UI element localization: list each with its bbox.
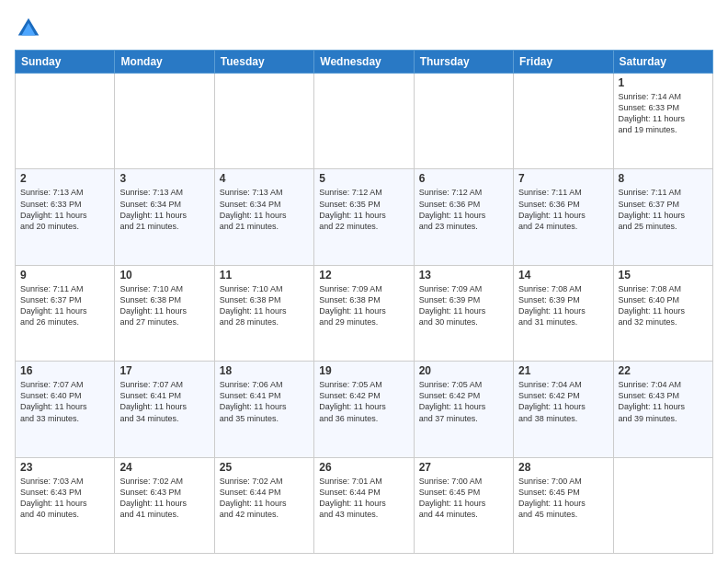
day-number: 27 — [419, 461, 508, 474]
calendar-header: SundayMondayTuesdayWednesdayThursdayFrid… — [16, 51, 713, 74]
weekday-sunday: Sunday — [16, 51, 115, 74]
day-info: Sunrise: 7:11 AM Sunset: 6:37 PM Dayligh… — [619, 187, 708, 232]
day-number: 13 — [419, 269, 508, 282]
day-number: 7 — [518, 172, 608, 185]
day-number: 6 — [419, 172, 508, 185]
calendar-cell: 6Sunrise: 7:12 AM Sunset: 6:36 PM Daylig… — [414, 169, 513, 265]
calendar-cell: 10Sunrise: 7:10 AM Sunset: 6:38 PM Dayli… — [115, 265, 214, 361]
weekday-wednesday: Wednesday — [314, 51, 414, 74]
calendar-cell: 5Sunrise: 7:12 AM Sunset: 6:35 PM Daylig… — [314, 169, 414, 265]
day-number: 28 — [518, 461, 608, 474]
calendar-cell: 8Sunrise: 7:11 AM Sunset: 6:37 PM Daylig… — [613, 169, 712, 265]
day-number: 1 — [619, 76, 708, 89]
calendar-cell — [314, 74, 414, 169]
calendar-cell: 18Sunrise: 7:06 AM Sunset: 6:41 PM Dayli… — [214, 362, 313, 457]
day-number: 3 — [119, 172, 209, 185]
day-number: 21 — [518, 364, 608, 377]
week-row-3: 9Sunrise: 7:11 AM Sunset: 6:37 PM Daylig… — [16, 265, 713, 361]
day-info: Sunrise: 7:07 AM Sunset: 6:41 PM Dayligh… — [119, 379, 209, 424]
calendar-cell — [115, 74, 214, 169]
day-info: Sunrise: 7:06 AM Sunset: 6:41 PM Dayligh… — [220, 379, 309, 424]
page: SundayMondayTuesdayWednesdayThursdayFrid… — [0, 0, 728, 563]
weekday-thursday: Thursday — [414, 51, 513, 74]
calendar-cell — [414, 74, 513, 169]
calendar-cell: 28Sunrise: 7:00 AM Sunset: 6:45 PM Dayli… — [514, 457, 613, 553]
day-number: 11 — [220, 269, 309, 282]
day-info: Sunrise: 7:03 AM Sunset: 6:43 PM Dayligh… — [20, 476, 109, 521]
day-info: Sunrise: 7:08 AM Sunset: 6:40 PM Dayligh… — [619, 283, 708, 328]
header — [15, 15, 713, 42]
week-row-2: 2Sunrise: 7:13 AM Sunset: 6:33 PM Daylig… — [16, 169, 713, 265]
day-number: 25 — [220, 461, 309, 474]
day-info: Sunrise: 7:09 AM Sunset: 6:39 PM Dayligh… — [419, 283, 508, 328]
calendar-cell: 2Sunrise: 7:13 AM Sunset: 6:33 PM Daylig… — [16, 169, 115, 265]
day-number: 12 — [319, 269, 408, 282]
calendar-cell: 7Sunrise: 7:11 AM Sunset: 6:36 PM Daylig… — [514, 169, 613, 265]
calendar-cell: 3Sunrise: 7:13 AM Sunset: 6:34 PM Daylig… — [115, 169, 214, 265]
day-info: Sunrise: 7:10 AM Sunset: 6:38 PM Dayligh… — [220, 283, 309, 328]
weekday-monday: Monday — [115, 51, 214, 74]
weekday-saturday: Saturday — [613, 51, 712, 74]
calendar-cell: 24Sunrise: 7:02 AM Sunset: 6:43 PM Dayli… — [115, 457, 214, 553]
calendar-table: SundayMondayTuesdayWednesdayThursdayFrid… — [15, 50, 713, 554]
day-number: 23 — [20, 461, 109, 474]
day-info: Sunrise: 7:05 AM Sunset: 6:42 PM Dayligh… — [419, 379, 508, 424]
day-info: Sunrise: 7:04 AM Sunset: 6:42 PM Dayligh… — [518, 379, 608, 424]
day-number: 8 — [619, 172, 708, 185]
day-info: Sunrise: 7:05 AM Sunset: 6:42 PM Dayligh… — [319, 379, 408, 424]
calendar-cell: 21Sunrise: 7:04 AM Sunset: 6:42 PM Dayli… — [514, 362, 613, 457]
day-info: Sunrise: 7:02 AM Sunset: 6:43 PM Dayligh… — [119, 476, 209, 521]
week-row-4: 16Sunrise: 7:07 AM Sunset: 6:40 PM Dayli… — [16, 362, 713, 457]
calendar-cell: 22Sunrise: 7:04 AM Sunset: 6:43 PM Dayli… — [613, 362, 712, 457]
calendar-cell: 16Sunrise: 7:07 AM Sunset: 6:40 PM Dayli… — [16, 362, 115, 457]
calendar-cell: 17Sunrise: 7:07 AM Sunset: 6:41 PM Dayli… — [115, 362, 214, 457]
calendar-cell: 1Sunrise: 7:14 AM Sunset: 6:33 PM Daylig… — [613, 74, 712, 169]
calendar-cell: 14Sunrise: 7:08 AM Sunset: 6:39 PM Dayli… — [514, 265, 613, 361]
weekday-row: SundayMondayTuesdayWednesdayThursdayFrid… — [16, 51, 713, 74]
day-info: Sunrise: 7:00 AM Sunset: 6:45 PM Dayligh… — [419, 476, 508, 521]
weekday-tuesday: Tuesday — [214, 51, 313, 74]
day-info: Sunrise: 7:07 AM Sunset: 6:40 PM Dayligh… — [20, 379, 109, 424]
calendar-cell: 9Sunrise: 7:11 AM Sunset: 6:37 PM Daylig… — [16, 265, 115, 361]
day-info: Sunrise: 7:02 AM Sunset: 6:44 PM Dayligh… — [220, 476, 309, 521]
day-number: 20 — [419, 364, 508, 377]
calendar-cell: 15Sunrise: 7:08 AM Sunset: 6:40 PM Dayli… — [613, 265, 712, 361]
calendar-cell — [613, 457, 712, 553]
day-info: Sunrise: 7:11 AM Sunset: 6:36 PM Dayligh… — [518, 187, 608, 232]
calendar-cell — [214, 74, 313, 169]
day-info: Sunrise: 7:12 AM Sunset: 6:36 PM Dayligh… — [419, 187, 508, 232]
day-number: 16 — [20, 364, 109, 377]
logo-icon — [15, 15, 42, 42]
weekday-friday: Friday — [514, 51, 613, 74]
calendar-cell: 20Sunrise: 7:05 AM Sunset: 6:42 PM Dayli… — [414, 362, 513, 457]
day-info: Sunrise: 7:04 AM Sunset: 6:43 PM Dayligh… — [619, 379, 708, 424]
day-info: Sunrise: 7:14 AM Sunset: 6:33 PM Dayligh… — [619, 91, 708, 136]
calendar-cell: 26Sunrise: 7:01 AM Sunset: 6:44 PM Dayli… — [314, 457, 414, 553]
day-number: 26 — [319, 461, 408, 474]
calendar-cell: 23Sunrise: 7:03 AM Sunset: 6:43 PM Dayli… — [16, 457, 115, 553]
day-number: 22 — [619, 364, 708, 377]
day-info: Sunrise: 7:11 AM Sunset: 6:37 PM Dayligh… — [20, 283, 109, 328]
day-number: 2 — [20, 172, 109, 185]
week-row-1: 1Sunrise: 7:14 AM Sunset: 6:33 PM Daylig… — [16, 74, 713, 169]
day-number: 9 — [20, 269, 109, 282]
day-info: Sunrise: 7:00 AM Sunset: 6:45 PM Dayligh… — [518, 476, 608, 521]
calendar-body: 1Sunrise: 7:14 AM Sunset: 6:33 PM Daylig… — [16, 74, 713, 554]
calendar-cell: 11Sunrise: 7:10 AM Sunset: 6:38 PM Dayli… — [214, 265, 313, 361]
calendar-cell: 12Sunrise: 7:09 AM Sunset: 6:38 PM Dayli… — [314, 265, 414, 361]
day-number: 4 — [220, 172, 309, 185]
week-row-5: 23Sunrise: 7:03 AM Sunset: 6:43 PM Dayli… — [16, 457, 713, 553]
calendar-cell — [514, 74, 613, 169]
calendar-cell: 4Sunrise: 7:13 AM Sunset: 6:34 PM Daylig… — [214, 169, 313, 265]
logo — [15, 15, 46, 42]
day-number: 5 — [319, 172, 408, 185]
day-number: 15 — [619, 269, 708, 282]
day-info: Sunrise: 7:13 AM Sunset: 6:34 PM Dayligh… — [119, 187, 209, 232]
day-number: 24 — [119, 461, 209, 474]
calendar-cell: 13Sunrise: 7:09 AM Sunset: 6:39 PM Dayli… — [414, 265, 513, 361]
day-info: Sunrise: 7:13 AM Sunset: 6:34 PM Dayligh… — [220, 187, 309, 232]
calendar-cell — [16, 74, 115, 169]
day-number: 18 — [220, 364, 309, 377]
day-info: Sunrise: 7:01 AM Sunset: 6:44 PM Dayligh… — [319, 476, 408, 521]
calendar-cell: 19Sunrise: 7:05 AM Sunset: 6:42 PM Dayli… — [314, 362, 414, 457]
